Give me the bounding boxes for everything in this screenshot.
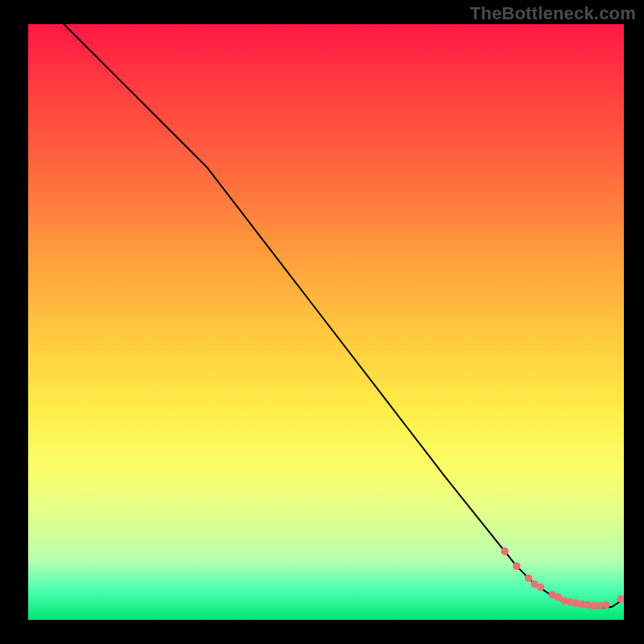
watermark-text: TheBottleneck.com xyxy=(470,3,636,24)
chart-container: TheBottleneck.com xyxy=(0,0,644,644)
data-markers xyxy=(501,547,624,609)
chart-overlay xyxy=(28,24,624,620)
data-marker xyxy=(602,601,610,609)
data-marker xyxy=(525,574,533,582)
data-marker xyxy=(617,595,624,603)
main-curve xyxy=(64,24,624,608)
data-marker xyxy=(537,583,545,591)
data-marker xyxy=(501,547,509,555)
data-marker xyxy=(513,563,521,571)
